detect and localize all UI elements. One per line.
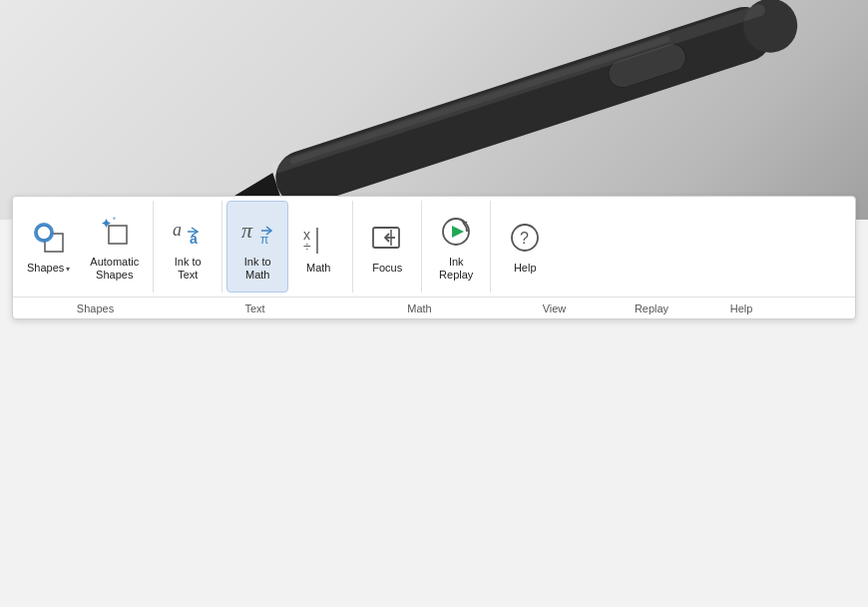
ink-to-text-button[interactable]: a a Ink to Text (158, 201, 217, 293)
math-button[interactable]: x ÷ Math (288, 201, 348, 293)
pen-background (0, 0, 868, 220)
ink-to-math-button[interactable]: π π Ink to Math (226, 201, 288, 293)
math-button-label: Math (306, 262, 330, 275)
ribbon-group-help: ? Help (491, 201, 559, 293)
ribbon-toolbar: Shapes ▾ Automat (12, 196, 856, 319)
main-container: Shapes ▾ Automat (0, 0, 868, 607)
automatic-shapes-icon (95, 212, 135, 252)
shapes-icon (29, 218, 69, 258)
svg-text:π: π (241, 218, 253, 243)
shapes-dropdown-arrow: ▾ (66, 265, 70, 274)
shapes-button-label: Shapes (27, 262, 64, 275)
svg-text:π: π (260, 233, 268, 247)
help-group-label: Help (701, 298, 781, 318)
ink-to-text-icon: a a (168, 212, 208, 252)
focus-icon (367, 218, 407, 258)
svg-text:÷: ÷ (303, 239, 311, 255)
ribbon-group-view: Focus (353, 201, 422, 293)
stylus-pen-image (190, 0, 868, 220)
math-icon: x ÷ (298, 218, 338, 258)
automatic-shapes-button[interactable]: Automatic Shapes (80, 201, 149, 293)
ink-to-math-label: Ink to Math (244, 256, 271, 282)
automatic-shapes-label: Automatic Shapes (90, 256, 139, 282)
help-button[interactable]: ? Help (495, 201, 555, 293)
ink-replay-label: Ink Replay (439, 256, 473, 282)
math-group-label: Math (332, 298, 507, 318)
help-icon: ? (505, 218, 545, 258)
svg-text:a: a (173, 220, 182, 240)
ink-replay-icon (436, 212, 476, 252)
bottom-content-area (0, 429, 868, 607)
ribbon-group-replay: Ink Replay (422, 201, 491, 293)
svg-rect-9 (109, 226, 127, 244)
replay-group-label: Replay (602, 298, 701, 318)
svg-point-8 (37, 226, 51, 240)
shapes-button[interactable]: Shapes ▾ (17, 201, 80, 293)
ribbon-group-math: π π Ink to Math (222, 201, 353, 293)
focus-button-label: Focus (372, 262, 402, 275)
focus-button[interactable]: Focus (357, 201, 417, 293)
ribbon-buttons-row: Shapes ▾ Automat (13, 197, 855, 297)
ribbon-group-shapes: Shapes ▾ Automat (13, 201, 154, 293)
ribbon-group-text: a a Ink to Text (154, 201, 222, 293)
shapes-group-label: Shapes (13, 298, 178, 318)
ribbon-labels-row: Shapes Text Math View Replay Help (13, 297, 855, 318)
svg-text:?: ? (520, 230, 529, 247)
svg-text:a: a (190, 231, 198, 247)
ink-to-text-label: Ink to Text (175, 256, 202, 282)
text-group-label: Text (178, 298, 332, 318)
ink-to-math-icon: π π (237, 212, 277, 252)
help-button-label: Help (514, 262, 537, 275)
view-group-label: View (507, 298, 602, 318)
ink-replay-button[interactable]: Ink Replay (426, 201, 486, 293)
